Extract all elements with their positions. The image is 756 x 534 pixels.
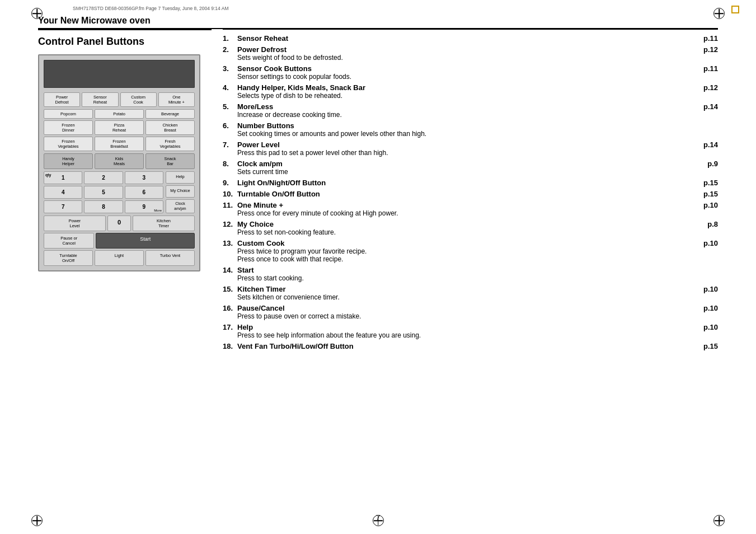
instruction-item-13: 13. Custom Cook p.10 Press twice to prog…	[223, 239, 718, 263]
inst-content-5: More/Less p.14 Increase or decrease cook…	[237, 102, 718, 119]
top-button-row: PowerDefrost SensorReheat CustomCook One…	[44, 92, 195, 107]
snack-bar-btn[interactable]: SnackBar	[145, 153, 195, 169]
inst-content-12: My Choice p.8 Press to set non-cooking f…	[237, 220, 718, 236]
inst-title-14: Start	[237, 266, 254, 274]
frozen-vegetables-btn[interactable]: FrozenVegetables	[44, 137, 93, 151]
inst-page-10: p.15	[703, 190, 718, 198]
inst-content-11: One Minute + p.10 Press once for every m…	[237, 201, 718, 217]
inst-desc-16: Press to pause oven or correct a mistake…	[237, 312, 718, 320]
pause-cancel-btn[interactable]: Pause orCancel	[44, 233, 94, 249]
kitchen-timer-btn[interactable]: KitchenTimer	[133, 216, 195, 231]
inst-page-5: p.14	[703, 102, 718, 111]
turbo-vent-btn[interactable]: Turbo Vent	[145, 250, 195, 266]
light-btn[interactable]: Light	[95, 250, 144, 266]
side-buttons: Help My Choice Clockam/pm	[166, 171, 195, 213]
sensor-row3: FrozenVegetables FrozenBreakfast FreshVe…	[44, 137, 195, 151]
instruction-item-11: 11. One Minute + p.10 Press once for eve…	[223, 201, 718, 217]
numpad-grid: qty1 2 3 4 5 6 7 8 9More	[44, 171, 163, 213]
inst-title-4: Handy Helper, Kids Meals, Snack Bar	[237, 83, 365, 92]
kids-meals-btn[interactable]: KidsMeals	[95, 153, 144, 169]
inst-desc-8: Sets current time	[237, 168, 718, 176]
section-title: Control Panel Buttons	[38, 36, 212, 48]
right-panel: 1. Sensor Reheat p.11 2. Power Defrost p…	[223, 29, 718, 509]
inst-desc-6: Set cooking times or amounts and power l…	[237, 130, 718, 138]
pizza-reheat-btn[interactable]: PizzaReheat	[95, 120, 144, 135]
inst-desc-15: Sets kitchen or convenience timer.	[237, 293, 718, 301]
inst-desc-5: Increase or decrease cooking time.	[237, 111, 718, 119]
power-level-btn[interactable]: PowerLevel	[44, 216, 106, 231]
num-1-btn[interactable]: qty1	[44, 171, 82, 184]
inst-num-5: 5.	[223, 102, 237, 119]
num-6-btn[interactable]: 6	[125, 186, 163, 199]
clock-ampm-btn[interactable]: Clockam/pm	[166, 199, 195, 213]
page-title: Your New Microwave oven	[38, 16, 151, 25]
num-3-btn[interactable]: 3	[125, 171, 163, 184]
inst-num-7: 7.	[223, 140, 237, 157]
sensor-row1: Popcorn Potato Beverage	[44, 109, 195, 119]
instruction-item-8: 8. Clock am/pm p.9 Sets current time	[223, 160, 718, 176]
inst-title-1: Sensor Reheat	[237, 34, 288, 43]
inst-page-12: p.8	[707, 220, 718, 228]
instruction-item-2: 2. Power Defrost p.12 Sets weight of foo…	[223, 45, 718, 62]
inst-num-8: 8.	[223, 160, 237, 176]
inst-desc-11: Press once for every minute of cooking a…	[237, 209, 718, 217]
help-btn[interactable]: Help	[166, 171, 195, 184]
inst-content-1: Sensor Reheat p.11	[237, 34, 718, 43]
popcorn-btn[interactable]: Popcorn	[44, 109, 93, 119]
inst-title-13: Custom Cook	[237, 239, 285, 247]
beverage-btn[interactable]: Beverage	[145, 109, 195, 119]
one-minute-btn[interactable]: OneMinute +	[158, 92, 195, 107]
inst-num-10: 10.	[223, 190, 237, 198]
left-panel: Control Panel Buttons PowerDefrost Senso…	[38, 29, 212, 509]
inst-num-15: 15.	[223, 285, 237, 301]
my-choice-btn[interactable]: My Choice	[166, 185, 195, 198]
inst-title-2: Power Defrost	[237, 45, 287, 54]
zero-btn[interactable]: 0	[107, 216, 131, 231]
start-btn[interactable]: Start	[96, 233, 195, 249]
inst-num-6: 6.	[223, 121, 237, 138]
inst-num-9: 9.	[223, 179, 237, 187]
inst-num-11: 11.	[223, 201, 237, 217]
num-4-btn[interactable]: 4	[44, 186, 82, 199]
instruction-item-10: 10. Turntable On/Off Button p.15	[223, 190, 718, 198]
inst-content-10: Turntable On/Off Button p.15	[237, 190, 718, 198]
num-9-btn[interactable]: 9More	[125, 200, 163, 213]
inst-num-12: 12.	[223, 220, 237, 236]
header-section: Your New Microwave oven	[38, 16, 718, 29]
inst-page-8: p.9	[707, 160, 718, 168]
inst-content-14: Start Press to start cooking.	[237, 266, 718, 282]
inst-num-3: 3.	[223, 64, 237, 81]
inst-title-12: My Choice	[237, 220, 274, 228]
file-info: SMH7178STD DE68-00356GP.fm Page 7 Tuesda…	[73, 6, 228, 11]
num-5-btn[interactable]: 5	[84, 186, 123, 199]
chicken-breast-btn[interactable]: ChickenBreast	[145, 120, 195, 135]
handy-helper-btn[interactable]: HandyHelper	[44, 153, 93, 169]
num-2-btn[interactable]: 2	[84, 171, 123, 184]
sensor-reheat-btn[interactable]: SensorReheat	[82, 92, 118, 107]
inst-num-13: 13.	[223, 239, 237, 263]
inst-title-7: Power Level	[237, 140, 280, 149]
inst-page-16: p.10	[703, 304, 718, 312]
num-7-btn[interactable]: 7	[44, 200, 82, 213]
frozen-breakfast-btn[interactable]: FrozenBreakfast	[95, 137, 144, 151]
inst-page-4: p.12	[703, 83, 718, 92]
instruction-item-3: 3. Sensor Cook Buttons p.11 Sensor setti…	[223, 64, 718, 81]
frozen-dinner-btn[interactable]: FrozenDinner	[44, 120, 93, 135]
fresh-vegetables-btn[interactable]: FreshVegetables	[145, 137, 195, 151]
power-defrost-btn[interactable]: PowerDefrost	[44, 92, 80, 107]
custom-cook-btn[interactable]: CustomCook	[120, 92, 157, 107]
inst-content-3: Sensor Cook Buttons p.11 Sensor settings…	[237, 64, 718, 81]
num-8-btn[interactable]: 8	[84, 200, 123, 213]
inst-page-11: p.10	[703, 201, 718, 209]
inst-content-13: Custom Cook p.10 Press twice to program …	[237, 239, 718, 263]
turntable-btn[interactable]: TurntableOn/Off	[44, 250, 93, 266]
main-content: Control Panel Buttons PowerDefrost Senso…	[38, 29, 718, 509]
bottom-btn-row: TurntableOn/Off Light Turbo Vent	[44, 250, 195, 266]
inst-content-8: Clock am/pm p.9 Sets current time	[237, 160, 718, 176]
inst-title-6: Number Buttons	[237, 121, 294, 130]
pause-start-row: Pause orCancel Start	[44, 233, 195, 249]
inst-title-5: More/Less	[237, 102, 273, 111]
inst-desc-2: Sets weight of food to be defrosted.	[237, 54, 718, 62]
inst-content-15: Kitchen Timer p.10 Sets kitchen or conve…	[237, 285, 718, 301]
potato-btn[interactable]: Potato	[95, 109, 144, 119]
